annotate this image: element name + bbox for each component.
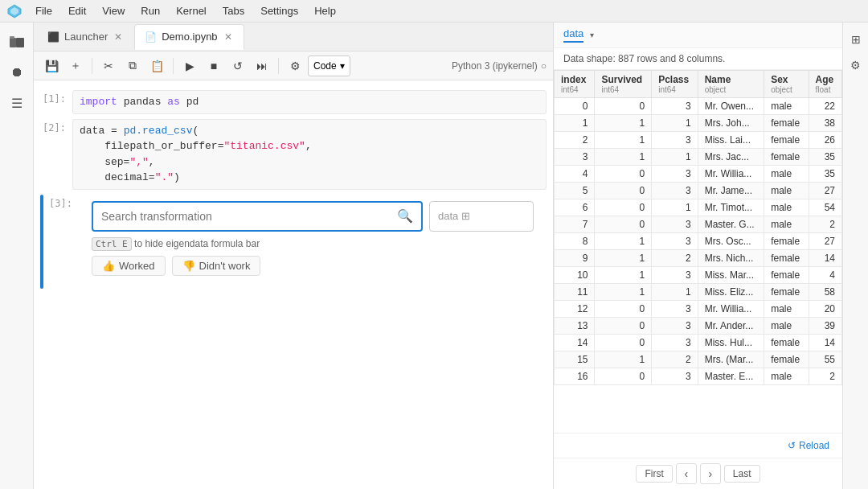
table-cell: male	[764, 166, 809, 183]
sidebar-list-icon[interactable]: ☰	[4, 90, 30, 116]
shortcut-hint-text: to hide eigendata formula bar	[134, 238, 260, 249]
right-grid-icon[interactable]: ⊞	[845, 29, 866, 50]
search-icon[interactable]: 🔍	[397, 208, 413, 224]
tab-dropdown-arrow[interactable]: ▾	[590, 31, 594, 39]
table-cell: 3	[652, 267, 698, 284]
table-cell: 3	[652, 183, 698, 199]
table-cell: 1	[595, 149, 652, 166]
transform-area: 🔍 data ⊞ Ctrl E to hide eigendata formul…	[79, 195, 547, 289]
search-input[interactable]	[101, 210, 397, 223]
menu-bar: File Edit View Run Kernel Tabs Settings …	[0, 0, 868, 23]
didnt-work-button[interactable]: 👎 Didn't work	[172, 256, 261, 276]
table-cell: 0	[595, 368, 652, 385]
paste-button[interactable]: 📋	[145, 55, 168, 77]
table-cell: 2	[809, 216, 841, 233]
table-cell: 20	[809, 301, 841, 318]
pagination-last[interactable]: Last	[724, 465, 760, 483]
table-row: 003Mr. Owen...male22	[555, 98, 842, 115]
table-cell: Mr. Willia...	[698, 166, 764, 183]
cell-1-content[interactable]: import pandas as pd	[72, 90, 547, 114]
table-cell: 1	[595, 351, 652, 368]
kernel-status: ○	[541, 60, 547, 72]
table-cell: male	[764, 318, 809, 335]
cell-2: [2]: data = pd.read_csv( filepath_or_buf…	[34, 117, 553, 191]
data-table-container[interactable]: index int64 Survived int64 Pclass int64	[554, 70, 842, 433]
restart-button[interactable]: ↺	[227, 55, 249, 77]
table-cell: 27	[809, 233, 841, 250]
table-cell: 0	[595, 301, 652, 318]
table-cell: 38	[809, 115, 841, 132]
table-row: 703Master. G...male2	[555, 216, 842, 233]
feedback-row: 👍 Worked 👎 Didn't work	[92, 256, 534, 276]
reload-label: Reload	[799, 440, 829, 451]
right-panel-header: data ▾	[554, 23, 842, 48]
reload-button[interactable]: ↺ Reload	[781, 437, 836, 454]
tab-demo-notebook[interactable]: 📄 Demo.ipynb ✕	[134, 24, 244, 50]
cell-2-content[interactable]: data = pd.read_csv( filepath_or_buffer="…	[72, 119, 547, 190]
table-cell: male	[764, 216, 809, 233]
table-cell: 1	[595, 132, 652, 149]
data-tab[interactable]: data	[563, 27, 583, 43]
data-variable-box[interactable]: data ⊞	[429, 201, 534, 232]
stop-button[interactable]: ■	[203, 55, 225, 77]
menu-edit[interactable]: Edit	[62, 3, 92, 18]
table-cell: 2	[809, 368, 841, 385]
grid-icon[interactable]: ⊞	[461, 210, 470, 222]
pagination-first[interactable]: First	[636, 465, 672, 483]
menu-run[interactable]: Run	[134, 3, 166, 18]
menu-view[interactable]: View	[96, 3, 131, 18]
data-table: index int64 Survived int64 Pclass int64	[554, 70, 842, 385]
reload-row: ↺ Reload	[554, 433, 842, 458]
table-cell: 4	[555, 166, 595, 183]
table-cell: 1	[555, 115, 595, 132]
tab-notebook-close[interactable]: ✕	[223, 31, 234, 43]
tab-launcher[interactable]: ⬛ Launcher ✕	[37, 24, 134, 50]
table-cell: Mrs. Osc...	[698, 233, 764, 250]
cell-type-select[interactable]: Code ▾	[308, 55, 350, 76]
table-cell: Miss. Eliz...	[698, 284, 764, 301]
table-cell: 0	[595, 166, 652, 183]
run-all-button[interactable]: ⏭	[251, 55, 273, 77]
sidebar-folder-icon[interactable]	[4, 29, 30, 55]
run-button[interactable]: ▶	[178, 55, 201, 77]
search-box[interactable]: 🔍	[92, 201, 423, 232]
add-cell-button[interactable]: ＋	[64, 55, 87, 77]
svg-rect-4	[16, 38, 24, 47]
menu-kernel[interactable]: Kernel	[170, 3, 213, 18]
menu-help[interactable]: Help	[308, 3, 342, 18]
table-cell: Miss. Mar...	[698, 267, 764, 284]
kernel-label: Python 3 (ipykernel)	[452, 60, 538, 72]
table-row: 813Mrs. Osc...female27	[555, 233, 842, 250]
table-cell: 2	[652, 250, 698, 267]
table-cell: 0	[595, 318, 652, 335]
table-cell: 13	[555, 318, 595, 335]
table-row: 1013Miss. Mar...female4	[555, 267, 842, 284]
table-row: 1111Miss. Eliz...female58	[555, 284, 842, 301]
pagination-next[interactable]: ›	[700, 463, 721, 484]
settings-button[interactable]: ⚙	[284, 55, 306, 77]
table-cell: 35	[809, 166, 841, 183]
table-cell: 3	[652, 335, 698, 351]
table-cell: Mr. Willia...	[698, 301, 764, 318]
menu-file[interactable]: File	[29, 3, 59, 18]
menu-tabs[interactable]: Tabs	[216, 3, 251, 18]
right-settings-icon[interactable]: ⚙	[845, 55, 866, 76]
table-cell: male	[764, 98, 809, 115]
worked-button[interactable]: 👍 Worked	[92, 256, 166, 276]
menu-settings[interactable]: Settings	[254, 3, 305, 18]
cell-3: [3]: 🔍 data ⊞	[34, 193, 553, 290]
table-row: 601Mr. Timot...male54	[555, 199, 842, 216]
cut-button[interactable]: ✂	[97, 55, 120, 77]
sidebar-run-icon[interactable]: ⏺	[4, 60, 30, 85]
tab-launcher-close[interactable]: ✕	[113, 31, 124, 43]
table-cell: female	[764, 149, 809, 166]
table-cell: 3	[652, 318, 698, 335]
pagination-prev[interactable]: ‹	[676, 463, 697, 484]
table-cell: Mr. Jame...	[698, 183, 764, 199]
shortcut-key: Ctrl E	[92, 237, 132, 251]
table-cell: 3	[555, 149, 595, 166]
save-button[interactable]: 💾	[40, 55, 63, 77]
table-cell: Master. G...	[698, 216, 764, 233]
table-cell: Miss. Lai...	[698, 132, 764, 149]
copy-button[interactable]: ⧉	[121, 55, 144, 77]
